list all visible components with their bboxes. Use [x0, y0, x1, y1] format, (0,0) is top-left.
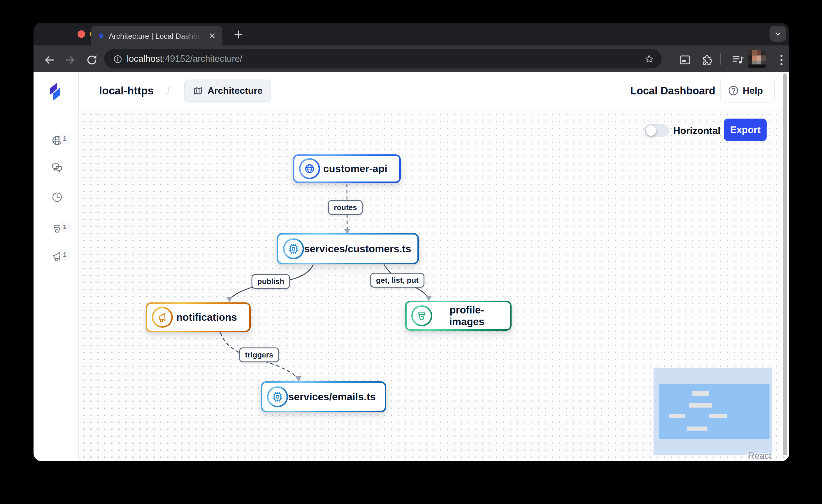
app-name: local-https	[99, 72, 153, 109]
close-window-button[interactable]	[77, 30, 85, 38]
new-tab-button[interactable]	[234, 29, 244, 39]
sidebar-item-chat[interactable]	[51, 162, 63, 175]
forward-button[interactable]	[63, 53, 77, 67]
breadcrumb-separator: /	[167, 72, 170, 109]
sidebar-item-traces[interactable]	[51, 191, 63, 204]
node-label: services/emails.ts	[288, 391, 385, 403]
export-button[interactable]: Export	[724, 119, 767, 141]
url-host: localhost	[127, 54, 162, 64]
toggle-knob	[646, 125, 656, 136]
node-customer-api[interactable]: customer-api	[293, 154, 401, 183]
horizontal-toggle[interactable]	[645, 124, 669, 137]
sidepanel-icon[interactable]	[678, 53, 692, 67]
minimap-node	[709, 414, 727, 418]
tab-title: Architecture | Local Dashboard	[109, 32, 205, 41]
architecture-view-button[interactable]: Architecture	[184, 80, 271, 102]
clock-icon	[51, 191, 63, 204]
tab-close-icon[interactable]	[209, 32, 216, 40]
arrowhead	[295, 376, 302, 381]
sidebar-badge: 1	[59, 222, 70, 232]
reload-button[interactable]	[85, 53, 99, 67]
node-label: services/customers.ts	[304, 243, 420, 255]
sidebar-badge: 1	[59, 133, 70, 144]
tab-favicon-icon	[96, 31, 105, 40]
edge-label-routes: routes	[328, 200, 363, 215]
architecture-view-label: Architecture	[208, 85, 263, 96]
browser-tab[interactable]: Architecture | Local Dashboard	[91, 26, 223, 45]
encore-logo-icon[interactable]	[47, 82, 62, 103]
environment-title: Local Dashboard	[630, 72, 715, 109]
desktop: { "browser": { "tab_title": "Architectur…	[0, 0, 822, 504]
sidebar: 1	[33, 72, 79, 461]
tab-search-button[interactable]	[770, 26, 786, 42]
toolbar-divider	[720, 53, 721, 65]
edge-label-publish: publish	[252, 274, 290, 289]
flow-minimap[interactable]	[654, 368, 772, 455]
sidebar-badge: 1	[59, 249, 70, 260]
sidebar-item-topics[interactable]: 1	[51, 250, 63, 263]
page-scrollbar[interactable]	[783, 73, 787, 455]
arrowhead	[226, 297, 233, 302]
app-header: local-https / Architecture Local Dashboa…	[79, 72, 789, 109]
extensions-icon[interactable]	[700, 53, 714, 67]
dashboard-page: 1	[33, 72, 789, 461]
megaphone-icon	[156, 311, 169, 324]
address-bar[interactable]: localhost:49152/architecture/	[104, 49, 662, 68]
minimap-node	[689, 403, 712, 408]
horizontal-toggle-label: Horizontal	[673, 125, 720, 136]
edge-label-triggers: triggers	[239, 348, 279, 362]
browser-toolbar: localhost:49152/architecture/	[33, 45, 789, 72]
chip-icon	[271, 390, 284, 403]
profile-avatar[interactable]	[748, 50, 766, 68]
question-circle-icon	[728, 85, 739, 96]
node-label: profile-images	[432, 304, 510, 327]
chevron-down-icon	[774, 30, 782, 38]
chip-icon	[287, 242, 300, 255]
help-button[interactable]: Help	[720, 79, 775, 103]
url-path: :49152/architecture/	[162, 54, 242, 64]
media-controls-icon[interactable]	[731, 53, 745, 67]
globe-icon	[303, 162, 316, 175]
site-info-icon[interactable]	[112, 54, 123, 65]
minimap-node	[692, 391, 709, 396]
minimap-node	[669, 414, 685, 418]
node-notifications[interactable]: notifications	[146, 302, 251, 332]
sidebar-item-apis[interactable]: 1	[51, 134, 63, 147]
node-label: notifications	[173, 311, 249, 323]
node-services-customers[interactable]: services/customers.ts	[277, 233, 419, 264]
browser-window: Architecture | Local Dashboard	[33, 23, 789, 461]
url-text: localhost:49152/architecture/	[127, 49, 242, 68]
browser-menu-icon[interactable]	[775, 53, 789, 67]
arrowhead	[426, 296, 432, 301]
node-label: customer-api	[320, 163, 399, 175]
minimap-node	[687, 427, 708, 431]
back-button[interactable]	[42, 53, 56, 67]
browser-titlebar: Architecture | Local Dashboard	[33, 23, 789, 45]
chat-icon	[51, 162, 63, 175]
minimap-viewport[interactable]	[659, 384, 770, 439]
help-label: Help	[743, 85, 763, 96]
sidebar-item-storage[interactable]: 1	[51, 222, 63, 235]
node-profile-images[interactable]: profile-images	[405, 301, 511, 331]
bucket-icon	[415, 309, 428, 322]
architecture-canvas[interactable]: routes publish get, list, put triggers c…	[79, 109, 789, 461]
node-services-emails[interactable]: services/emails.ts	[261, 381, 386, 412]
bookmark-star-icon[interactable]	[644, 54, 655, 65]
map-icon	[193, 86, 203, 96]
edge-label-get-list-put: get, list, put	[370, 273, 424, 288]
